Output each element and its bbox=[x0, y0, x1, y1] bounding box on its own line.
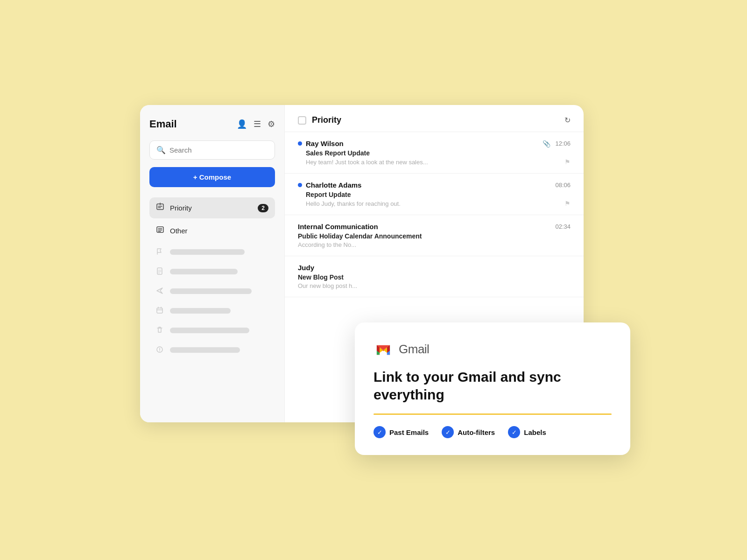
skeleton-bar-6 bbox=[170, 347, 240, 353]
email-row-header: Ray Wilson 📎 12:06 bbox=[298, 140, 571, 147]
gmail-features: ✓ Past Emails ✓ Auto-filters ✓ Labels bbox=[374, 426, 612, 438]
email-preview: According to the No... bbox=[298, 241, 541, 248]
trash-skeleton-icon bbox=[156, 326, 164, 335]
settings-icon[interactable]: ⚙ bbox=[268, 119, 275, 129]
inbox-title: Priority bbox=[312, 115, 559, 125]
skeleton-item-6 bbox=[149, 341, 275, 359]
email-preview: Hello Judy, thanks for reaching out. bbox=[306, 200, 401, 207]
priority-label: Priority bbox=[170, 204, 252, 212]
alert-skeleton-icon bbox=[156, 346, 164, 354]
compose-button[interactable]: + Compose bbox=[149, 167, 275, 187]
email-sender: Internal Communication bbox=[298, 223, 378, 231]
skeleton-bar-5 bbox=[170, 328, 249, 333]
email-subject: Sales Report Update bbox=[306, 149, 571, 157]
attachment-icon: 📎 bbox=[543, 140, 550, 147]
sidebar-item-priority[interactable]: Priority 2 bbox=[149, 197, 275, 218]
email-subject: Public Holiday Calendar Announcement bbox=[298, 232, 571, 240]
skeleton-item-1 bbox=[149, 243, 275, 261]
email-preview: Hey team! Just took a look at the new sa… bbox=[306, 159, 428, 166]
scene: Email 👤 ☰ ⚙ 🔍 + Compose bbox=[117, 105, 630, 455]
list-icon[interactable]: ☰ bbox=[254, 119, 261, 129]
svg-rect-3 bbox=[157, 308, 162, 313]
app-title: Email bbox=[149, 118, 177, 130]
flag-icon[interactable]: ⚑ bbox=[564, 158, 571, 166]
email-time: 08:06 bbox=[555, 182, 571, 189]
search-icon: 🔍 bbox=[156, 146, 166, 154]
email-sender: Ray Wilson bbox=[298, 140, 344, 147]
feature-labels: ✓ Labels bbox=[508, 426, 546, 438]
email-sender: Charlotte Adams bbox=[298, 181, 361, 189]
skeleton-bar-2 bbox=[170, 269, 238, 274]
gmail-card: Gmail Link to your Gmail and sync everyt… bbox=[355, 322, 630, 455]
priority-icon bbox=[156, 203, 164, 213]
svg-rect-2 bbox=[157, 268, 162, 274]
skeleton-item-5 bbox=[149, 322, 275, 339]
sidebar-header: Email 👤 ☰ ⚙ bbox=[149, 118, 275, 130]
skeleton-bar-3 bbox=[170, 288, 252, 294]
email-row-header: Internal Communication 02:34 bbox=[298, 223, 571, 231]
email-meta: 08:06 bbox=[555, 182, 571, 189]
gmail-headline: Link to your Gmail and sync everything bbox=[374, 368, 612, 403]
email-subject: Report Update bbox=[306, 191, 571, 198]
check-badge-labels: ✓ bbox=[508, 426, 520, 438]
checkmark-icon: ✓ bbox=[512, 429, 517, 436]
flag-skeleton-icon bbox=[156, 248, 164, 256]
check-badge-past-emails: ✓ bbox=[374, 426, 386, 438]
skeleton-bar-1 bbox=[170, 249, 245, 255]
contacts-icon[interactable]: 👤 bbox=[237, 119, 247, 129]
priority-badge: 2 bbox=[258, 204, 268, 212]
checkmark-icon: ✓ bbox=[377, 429, 382, 436]
refresh-icon[interactable]: ↻ bbox=[564, 116, 571, 125]
sidebar-toolbar: 👤 ☰ ⚙ bbox=[237, 119, 275, 129]
calendar-skeleton-icon bbox=[156, 307, 164, 315]
other-label: Other bbox=[170, 227, 268, 235]
gmail-logo-icon bbox=[374, 339, 393, 359]
email-row-header: Charlotte Adams 08:06 bbox=[298, 181, 571, 189]
skeleton-bar-4 bbox=[170, 308, 231, 314]
email-time: 12:06 bbox=[555, 140, 571, 147]
skeleton-item-4 bbox=[149, 302, 275, 320]
email-subject: New Blog Post bbox=[298, 273, 571, 281]
doc-skeleton-icon bbox=[156, 267, 164, 276]
email-meta: 02:34 bbox=[555, 223, 571, 230]
email-time: 02:34 bbox=[555, 223, 571, 230]
checkmark-icon: ✓ bbox=[445, 429, 451, 436]
send-skeleton-icon bbox=[156, 287, 164, 295]
unread-indicator bbox=[298, 183, 302, 187]
flag-icon[interactable]: ⚑ bbox=[564, 200, 571, 207]
search-input[interactable] bbox=[169, 146, 268, 154]
check-badge-auto-filters: ✓ bbox=[442, 426, 454, 438]
skeleton-item-3 bbox=[149, 282, 275, 300]
email-row-header: Judy bbox=[298, 264, 571, 272]
table-row[interactable]: Charlotte Adams 08:06 Report Update Hell… bbox=[285, 174, 584, 215]
table-row[interactable]: Ray Wilson 📎 12:06 Sales Report Update H… bbox=[285, 132, 584, 174]
gmail-logo-row: Gmail bbox=[374, 339, 612, 359]
feature-label-past-emails: Past Emails bbox=[389, 428, 429, 436]
email-meta: 📎 12:06 bbox=[543, 140, 571, 147]
search-box: 🔍 bbox=[149, 140, 275, 160]
feature-label-auto-filters: Auto-filters bbox=[458, 428, 495, 436]
feature-label-labels: Labels bbox=[524, 428, 546, 436]
feature-past-emails: ✓ Past Emails bbox=[374, 426, 429, 438]
skeleton-item-2 bbox=[149, 263, 275, 280]
email-sender: Judy bbox=[298, 264, 314, 272]
table-row[interactable]: Judy New Blog Post Our new blog post h..… bbox=[285, 256, 584, 297]
sidebar-item-other[interactable]: Other bbox=[149, 220, 275, 241]
gmail-wordmark: Gmail bbox=[399, 342, 429, 357]
unread-indicator bbox=[298, 141, 302, 146]
feature-auto-filters: ✓ Auto-filters bbox=[442, 426, 495, 438]
select-all-checkbox[interactable] bbox=[298, 116, 306, 125]
sidebar: Email 👤 ☰ ⚙ 🔍 + Compose bbox=[140, 105, 285, 422]
table-row[interactable]: Internal Communication 02:34 Public Holi… bbox=[285, 215, 584, 256]
gmail-divider bbox=[374, 413, 612, 415]
main-header: Priority ↻ bbox=[285, 105, 584, 132]
other-icon bbox=[156, 225, 164, 236]
email-preview: Our new blog post h... bbox=[298, 282, 541, 289]
